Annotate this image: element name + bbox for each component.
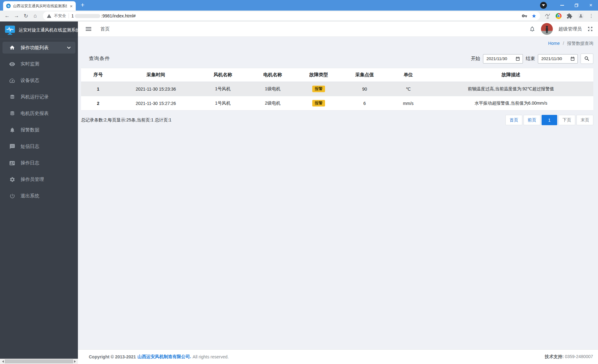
power-icon	[9, 193, 15, 199]
breadcrumb: Home / 报警数据查询	[81, 41, 593, 47]
bookmark-star-icon[interactable]: ★	[532, 13, 536, 19]
address-bar[interactable]: 不安全 1 :9981/index.html# ★	[43, 12, 540, 20]
sidebar-column: 运安对旋主通风机在线监测系统 操作功能列表 实时监测	[0, 21, 78, 364]
bell-icon	[9, 127, 15, 133]
alarm-data-table: 序号 采集时间 风机名称 电机名称 故障类型 采集点值 单位 故障描述 1 20…	[81, 68, 593, 111]
tab-home[interactable]: 首页	[100, 26, 110, 32]
col-time: 采集时间	[115, 68, 196, 82]
query-condition-bar: 查询条件 开始 2021/11/30 结束 2021/11/30	[81, 54, 593, 64]
window-restore-button[interactable]	[569, 0, 584, 11]
extension-icons: en ⋮	[544, 12, 594, 19]
id-card-icon	[9, 160, 15, 166]
chevron-down-icon	[67, 46, 71, 49]
horizontal-scrollbar[interactable]	[0, 359, 78, 364]
col-seq: 序号	[81, 68, 115, 82]
database-icon	[9, 111, 15, 116]
new-tab-button[interactable]: +	[78, 1, 87, 9]
gauge-icon	[9, 78, 15, 84]
sidebar: 运安对旋主通风机在线监测系统 操作功能列表 实时监测	[0, 21, 78, 359]
col-unit: 单位	[388, 68, 428, 82]
sidebar-item-function-list[interactable]: 操作功能列表	[2, 42, 75, 54]
reload-button[interactable]: ↻	[21, 11, 31, 21]
end-date-label: 结束	[526, 56, 535, 62]
browser-tab[interactable]: 山西运安主通风实时在线监测系统 ×	[3, 1, 76, 11]
redacted-ip-blur	[75, 14, 100, 18]
chrome-logo-icon[interactable]	[556, 13, 562, 19]
pagination-bar: 总记录条数:2,每页显示:25条,当前页:1 总计页:1 首页 前页 1 下页 …	[81, 115, 593, 125]
scroll-right-icon[interactable]	[73, 359, 78, 364]
page-last-button[interactable]: 末页	[576, 115, 593, 125]
col-value: 采集点值	[341, 68, 388, 82]
tab-favicon-icon	[6, 3, 11, 8]
col-desc: 故障描述	[428, 68, 593, 82]
security-label: 不安全	[54, 13, 66, 19]
col-fault-type: 故障类型	[296, 68, 341, 82]
page-prev-button[interactable]: 前页	[524, 115, 540, 125]
menu-toggle-icon[interactable]	[85, 26, 92, 32]
extensions-puzzle-icon[interactable]	[567, 13, 572, 19]
app-brand: 运安对旋主通风机在线监测系统	[0, 21, 78, 39]
browser-menu-icon[interactable]: ⋮	[589, 13, 594, 19]
tab-close-icon[interactable]: ×	[69, 4, 73, 8]
gear-icon	[9, 177, 15, 182]
end-date-input[interactable]: 2021/11/30	[538, 54, 578, 64]
page-1-button[interactable]: 1	[542, 115, 557, 125]
footer: Copyright © 2013-2021 山西运安风机制造有限公司. All …	[78, 349, 598, 364]
browser-tab-bar: 山西运安主通风实时在线监测系统 × + ×	[0, 0, 598, 11]
calendar-icon[interactable]	[515, 56, 520, 61]
sidebar-nav: 操作功能列表 实时监测 设备状态	[0, 39, 78, 204]
window-minimize-button[interactable]	[555, 0, 569, 11]
browser-profile-icon[interactable]	[577, 13, 584, 19]
back-button[interactable]: ←	[2, 11, 12, 21]
search-button[interactable]	[581, 54, 593, 64]
copyright-text: Copyright © 2013-2021	[89, 354, 136, 359]
sidebar-item-motor-history-report[interactable]: 电机历史报表	[0, 105, 78, 122]
page-first-button[interactable]: 首页	[505, 115, 522, 125]
rights-text: All rights reserved.	[193, 354, 229, 359]
omnibox-divider	[69, 13, 69, 18]
sidebar-item-fan-run-records[interactable]: 风机运行记录	[0, 89, 78, 105]
scrollbar-thumb[interactable]	[5, 359, 73, 363]
browser-home-button[interactable]: ⌂	[31, 11, 40, 21]
breadcrumb-home-link[interactable]: Home	[548, 41, 560, 46]
start-date-input[interactable]: 2021/11/30	[483, 54, 523, 64]
page-next-button[interactable]: 下页	[558, 115, 575, 125]
notification-bell-icon[interactable]	[529, 26, 535, 32]
sidebar-item-realtime-monitor[interactable]: 实时监测	[0, 56, 78, 72]
svg-text:en: en	[547, 17, 549, 19]
record-summary: 总记录条数:2,每页显示:25条,当前页:1 总计页:1	[81, 117, 171, 123]
browser-update-icon[interactable]	[540, 2, 547, 9]
table-header-row: 序号 采集时间 风机名称 电机名称 故障类型 采集点值 单位 故障描述	[81, 68, 593, 82]
sidebar-item-sms-log[interactable]: 短信日志	[0, 138, 78, 155]
sidebar-item-device-status[interactable]: 设备状态	[0, 72, 78, 89]
sidebar-item-operation-log[interactable]: 操作日志	[0, 155, 78, 171]
app-title: 运安对旋主通风机在线监测系统	[19, 27, 78, 33]
sidebar-item-operator-management[interactable]: 操作员管理	[0, 171, 78, 188]
company-link[interactable]: 山西运安风机制造有限公司.	[137, 354, 191, 360]
current-user-label[interactable]: 超级管理员	[558, 26, 582, 32]
window-close-button[interactable]: ×	[584, 0, 598, 11]
app-window: 运安对旋主通风机在线监测系统 操作功能列表 实时监测	[0, 21, 598, 364]
table-row[interactable]: 1 2021-11-30 15:23:36 1号风机 1级电机 报警 90 ℃ …	[81, 82, 593, 96]
start-date-label: 开始	[471, 56, 480, 62]
translate-extension-icon[interactable]: en	[544, 12, 551, 19]
password-key-icon[interactable]	[522, 13, 527, 19]
chat-icon	[9, 144, 15, 149]
scroll-left-icon[interactable]	[0, 359, 5, 364]
query-title: 查询条件	[89, 55, 110, 62]
eye-icon	[9, 61, 15, 67]
table-row[interactable]: 2 2021-11-30 15:27:26 1号风机 2级电机 报警 6 mm/…	[81, 96, 593, 111]
forward-button[interactable]: →	[12, 11, 21, 21]
sidebar-item-alarm-data[interactable]: 报警数据	[0, 122, 78, 138]
search-icon	[584, 56, 590, 62]
alarm-badge: 报警	[312, 86, 325, 92]
top-header: 首页 超级管理员	[78, 21, 598, 37]
alarm-badge: 报警	[312, 100, 325, 106]
calendar-icon[interactable]	[570, 56, 575, 61]
fullscreen-icon[interactable]	[587, 26, 593, 32]
sidebar-item-logout[interactable]: 退出系统	[0, 188, 78, 204]
database-icon	[9, 94, 15, 100]
avatar[interactable]	[541, 23, 553, 35]
tech-support: 技术支持: 0359-2480007	[545, 354, 593, 360]
browser-toolbar: ← → ↻ ⌂ 不安全 1 :9981/index.html# ★ en	[0, 11, 598, 21]
